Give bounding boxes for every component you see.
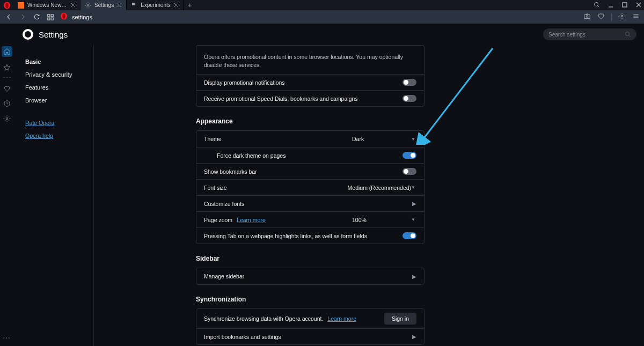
svg-point-1 [5,2,9,8]
select-font-size[interactable]: Medium (Recommended) ▼ [348,182,416,193]
sidebar-item-features[interactable]: Features [25,84,93,91]
row-label: Display promotional notifications [204,79,402,86]
rail-more[interactable]: ··· [3,333,11,342]
row-import-bookmarks[interactable]: Import bookmarks and settings ▶ [196,328,424,344]
svg-rect-2 [18,2,24,9]
promo-description: Opera offers promotional content in some… [196,46,424,74]
section-appearance-title: Appearance [196,117,425,125]
rail-divider [3,77,11,78]
row-label: Synchronize browsing data with Opera acc… [204,315,384,322]
rail-home[interactable] [2,46,12,57]
close-icon[interactable] [71,3,76,8]
tab-label: Settings [94,2,114,8]
row-theme[interactable]: Theme Dark ▼ [196,131,424,147]
icon-rail: ··· [0,45,13,346]
svg-rect-17 [51,14,53,16]
rail-heart[interactable] [3,84,11,93]
row-force-dark[interactable]: Force dark theme on pages [196,147,424,163]
forward-button[interactable] [18,13,27,21]
sidebar-item-basic[interactable]: Basic [25,58,93,65]
flag-icon [131,2,137,9]
signin-button[interactable]: Sign in [384,313,416,325]
address-bar: settings [0,10,644,24]
row-page-zoom[interactable]: Page zoom Learn more 100% ▼ [196,211,424,227]
chevron-down-icon: ▼ [411,217,415,222]
svg-point-28 [626,32,630,36]
rail-bookmarks[interactable] [3,63,11,72]
row-label: Force dark theme on pages [217,152,402,159]
snapshot-button[interactable] [583,12,591,22]
toggle-force-dark[interactable] [402,152,416,159]
select-theme[interactable]: Dark ▼ [352,134,416,144]
sync-desc: Synchronize browsing data with Opera acc… [204,315,323,322]
rail-settings[interactable] [3,114,11,123]
row-label: Show bookmarks bar [204,168,402,175]
section-sync-title: Synchronization [196,296,425,303]
close-button[interactable] [635,2,642,9]
tab-settings[interactable]: Settings [80,0,127,10]
row-receive-speed-dials[interactable]: Receive promotional Speed Dials, bookmar… [196,90,424,106]
opera-logo-icon [23,29,33,40]
toolbar-right [583,12,640,22]
reload-button[interactable] [32,13,41,21]
svg-rect-13 [623,3,627,7]
toggle-receive-speed-dials[interactable] [402,95,416,102]
tab-windows-news[interactable]: Windows News, Updates, t [13,0,80,10]
svg-point-23 [586,15,588,17]
chevron-right-icon: ▶ [412,334,416,340]
speed-dial-button[interactable] [46,13,55,21]
opera-icon [60,12,68,22]
sidebar-item-browser[interactable]: Browser [25,97,93,104]
new-tab-button[interactable]: + [184,0,196,10]
minimize-button[interactable] [608,2,614,9]
rail-history[interactable] [3,99,11,108]
sidebar-link-help[interactable]: Opera help [25,132,93,139]
svg-point-24 [621,15,623,17]
back-button[interactable] [4,13,13,21]
tab-experiments[interactable]: Experiments [127,0,184,10]
learn-more-link[interactable]: Learn more [237,217,266,223]
promo-panel: Opera offers promotional content in some… [196,45,425,107]
search-input[interactable] [548,32,621,38]
maximize-button[interactable] [621,2,628,9]
toggle-tab-highlight[interactable] [402,232,416,239]
learn-more-link[interactable]: Learn more [327,315,356,322]
sidebar-panel: Manage sidebar ▶ [196,268,425,285]
opera-menu-button[interactable] [0,0,13,10]
page-zoom-label: Page zoom [204,217,232,223]
address-text: settings [72,14,92,20]
row-tab-highlight[interactable]: Pressing Tab on a webpage highlights lin… [196,227,424,244]
page-title: Settings [39,30,543,39]
svg-marker-30 [4,64,10,70]
row-display-notifications[interactable]: Display promotional notifications [196,74,424,90]
search-settings-input[interactable] [543,28,636,40]
close-icon[interactable] [117,3,122,8]
main-menu-button[interactable] [632,12,640,22]
close-icon[interactable] [174,3,179,8]
heart-icon[interactable] [597,12,605,22]
settings-content: Opera offers promotional content in some… [94,45,644,346]
svg-rect-16 [48,14,50,16]
select-page-zoom[interactable]: 100% ▼ [352,215,416,225]
appearance-panel: Theme Dark ▼ Force dark theme on pages S… [196,130,425,244]
sidebar-link-rate[interactable]: Rate Opera [25,120,93,126]
select-value: Dark [352,136,364,142]
row-label: Font size [204,185,348,191]
toggle-show-bookmarks[interactable] [402,168,416,175]
svg-rect-18 [48,18,50,20]
row-manage-sidebar[interactable]: Manage sidebar ▶ [196,268,424,284]
search-icon[interactable] [594,2,600,9]
sidebar-item-privacy[interactable]: Privacy & security [25,71,93,78]
chevron-down-icon: ▼ [411,137,415,142]
svg-point-21 [62,13,65,19]
chevron-down-icon: ▼ [411,185,415,190]
easy-setup-button[interactable] [618,12,626,22]
address-field[interactable]: settings [60,12,578,22]
row-customize-fonts[interactable]: Customize fonts ▶ [196,195,424,211]
row-font-size[interactable]: Font size Medium (Recommended) ▼ [196,179,424,195]
row-show-bookmarks[interactable]: Show bookmarks bar [196,163,424,179]
toggle-display-notifications[interactable] [402,79,416,86]
settings-sidebar: Basic Privacy & security Features Browse… [13,45,94,346]
svg-point-10 [595,2,598,6]
svg-line-29 [629,35,631,37]
